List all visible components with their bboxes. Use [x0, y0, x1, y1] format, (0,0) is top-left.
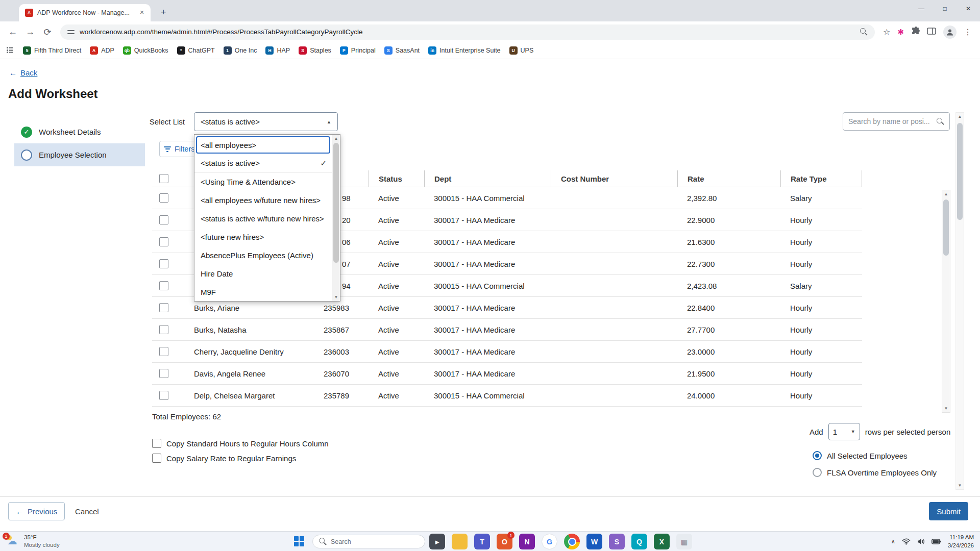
select-list-option[interactable]: Hire Date ✓	[194, 264, 332, 283]
bookmark-chatgpt[interactable]: * ChatGPT	[177, 46, 215, 55]
back-link[interactable]: ← Back	[9, 68, 37, 77]
row-checkbox[interactable]	[159, 391, 168, 400]
row-checkbox[interactable]	[159, 281, 168, 290]
extensions-icon[interactable]	[911, 27, 920, 37]
browser-forward-button[interactable]: →	[21, 23, 39, 41]
select-list-option[interactable]: <future new hires> ✓	[194, 228, 332, 246]
row-checkbox[interactable]	[159, 237, 168, 246]
scroll-up-icon[interactable]: ▲	[942, 190, 950, 198]
select-list-dropdown[interactable]: <status is active> ▲	[194, 112, 338, 131]
weather-widget[interactable]: 1 ☁ 35°F Mostly cloudy	[5, 534, 60, 549]
table-scrollbar[interactable]: ▲ ▼	[942, 190, 950, 413]
teams[interactable]: T	[474, 534, 490, 549]
bookmark-ups[interactable]: U UPS	[509, 46, 534, 55]
bookmark-quickbooks[interactable]: qb QuickBooks	[123, 46, 168, 55]
google-g[interactable]: G	[542, 534, 557, 549]
scroll-down-icon[interactable]: ▼	[956, 482, 964, 489]
site-settings-icon[interactable]	[67, 29, 75, 35]
start-button[interactable]	[294, 536, 304, 546]
row-checkbox[interactable]	[159, 303, 168, 312]
radio-option[interactable]: All Selected Employees	[813, 451, 937, 460]
quickbooks[interactable]: Q	[631, 534, 647, 549]
apps-grid-icon[interactable]	[6, 46, 14, 55]
window-close-button[interactable]: ✕	[957, 0, 980, 17]
address-bar[interactable]: workforcenow.adp.com/theme/admin.html#/P…	[60, 24, 875, 40]
zoom-icon[interactable]	[860, 28, 868, 36]
side-panel-icon[interactable]	[927, 27, 936, 37]
row-checkbox[interactable]	[159, 347, 168, 356]
bookmark-staples[interactable]: S Staples	[299, 46, 331, 55]
table-row[interactable]: Cherry, Jacqueline Denitry 236003 Active…	[152, 341, 862, 363]
battery-icon[interactable]	[932, 539, 941, 544]
window-minimize-button[interactable]: —	[910, 0, 933, 17]
excel[interactable]: X	[654, 534, 670, 549]
word[interactable]: W	[586, 534, 602, 549]
file-explorer[interactable]	[452, 534, 468, 549]
select-list-option[interactable]: <all employees> ✓	[194, 136, 332, 154]
row-checkbox[interactable]	[159, 215, 168, 224]
select-list-option[interactable]: AbsencePlus Employees (Active) ✓	[194, 246, 332, 264]
scroll-up-icon[interactable]: ▲	[956, 113, 964, 120]
scroll-up-icon[interactable]: ▲	[332, 135, 340, 142]
pinned-extension-icon[interactable]: ✱	[897, 28, 904, 37]
outlook[interactable]: O 1	[497, 534, 512, 549]
bookmark-star-icon[interactable]: ☆	[883, 27, 890, 37]
select-list-option[interactable]: M9F ✓	[194, 283, 332, 301]
bookmark-fifth-third-direct[interactable]: 5 Fifth Third Direct	[23, 46, 81, 55]
search-input[interactable]	[848, 117, 933, 126]
bookmark-hap[interactable]: H HAP	[265, 46, 290, 55]
row-checkbox[interactable]	[159, 369, 168, 378]
taskbar-clock[interactable]: 11:19 AM 3/24/2026	[948, 534, 974, 549]
page-scrollbar[interactable]: ▲ ▼	[955, 112, 964, 490]
employee-search[interactable]	[843, 112, 950, 131]
row-checkbox[interactable]	[159, 193, 168, 203]
table-row[interactable]: Davis, Angela Renee 236070 Active 300017…	[152, 363, 862, 385]
scroll-down-icon[interactable]: ▼	[942, 405, 950, 412]
radio-option[interactable]: FLSA Overtime Employees Only	[813, 468, 937, 477]
tab-close-icon[interactable]: ×	[137, 8, 146, 17]
browser-tab[interactable]: A ADP Workforce Now - Manage... ×	[19, 4, 151, 21]
wizard-step[interactable]: Worksheet Details	[14, 120, 145, 143]
row-checkbox[interactable]	[159, 325, 168, 334]
table-row[interactable]: Burks, Natasha 235867 Active 300017 - HA…	[152, 319, 862, 341]
select-list-option[interactable]: <Using Time & Attendance> ✓	[194, 172, 332, 191]
select-list-option[interactable]: <status is active w/future new hires> ✓	[194, 209, 332, 228]
row-checkbox[interactable]	[159, 259, 168, 268]
submit-button[interactable]: Submit	[929, 502, 968, 520]
wifi-icon[interactable]	[902, 538, 911, 545]
table-row[interactable]: Delp, Chelsea Margaret 235789 Active 300…	[152, 385, 862, 407]
new-tab-button[interactable]: +	[156, 6, 170, 20]
bookmark-principal[interactable]: P Principal	[340, 46, 376, 55]
browser-menu-icon[interactable]: ⋮	[964, 27, 972, 37]
profile-avatar[interactable]	[943, 26, 957, 39]
bookmark-intuit-enterprise-suite[interactable]: in Intuit Enterprise Suite	[428, 46, 501, 55]
volume-icon[interactable]	[917, 538, 925, 545]
menu-scrollbar[interactable]: ▲ ▼	[332, 135, 340, 301]
terminal[interactable]: ▸	[429, 534, 445, 549]
bookmark-saasant[interactable]: S SaasAnt	[384, 46, 420, 55]
rows-count-dropdown[interactable]: 1 ▼	[828, 423, 860, 440]
cancel-button[interactable]: Cancel	[75, 502, 99, 520]
browser-reload-button[interactable]: ⟳	[39, 23, 56, 41]
scroll-down-icon[interactable]: ▼	[332, 293, 340, 301]
taskbar-search[interactable]	[312, 535, 425, 548]
stream[interactable]: S	[609, 534, 625, 549]
scrollbar-thumb[interactable]	[333, 143, 339, 263]
select-list-option[interactable]: <all employees w/future new hires> ✓	[194, 191, 332, 209]
copy-option-checkbox[interactable]	[152, 454, 161, 463]
scrollbar-thumb[interactable]	[957, 123, 963, 220]
tray-overflow-icon[interactable]: ∧	[891, 538, 895, 545]
copy-option[interactable]: Copy Standard Hours to Regular Hours Col…	[152, 439, 329, 448]
search-icon[interactable]	[937, 118, 944, 126]
bookmark-one-inc[interactable]: 1 One Inc	[224, 46, 257, 55]
browser-back-button[interactable]: ←	[4, 23, 21, 41]
bookmark-adp[interactable]: A ADP	[90, 46, 114, 55]
wizard-step[interactable]: Employee Selection	[14, 143, 145, 166]
taskbar-search-input[interactable]	[331, 538, 407, 545]
radio-button[interactable]	[813, 451, 822, 460]
window-maximize-button[interactable]: □	[933, 0, 957, 17]
select-all-checkbox[interactable]	[159, 174, 168, 183]
previous-button[interactable]: ← Previous	[8, 502, 65, 520]
select-list-option[interactable]: <status is active> ✓	[194, 154, 332, 172]
radio-button[interactable]	[813, 468, 822, 477]
